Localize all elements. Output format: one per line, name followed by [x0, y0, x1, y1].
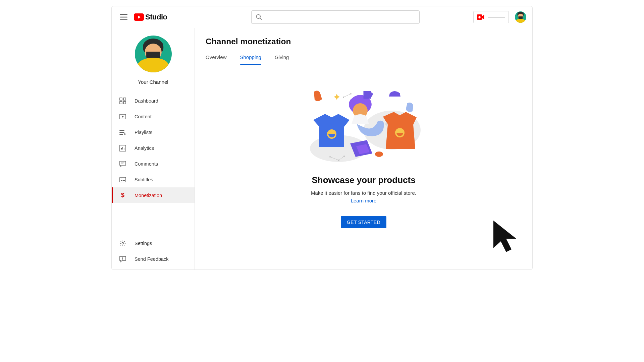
header-right	[473, 11, 526, 23]
dashboard-icon	[119, 98, 126, 104]
analytics-icon	[119, 145, 126, 152]
svg-rect-27	[120, 177, 126, 182]
svg-line-44	[343, 94, 351, 97]
tabs: Overview Shopping Giving	[206, 54, 532, 65]
studio-logo[interactable]: Studio	[134, 13, 167, 21]
search-icon	[256, 14, 262, 20]
sidebar-item-subtitles[interactable]: Subtitles	[112, 172, 195, 187]
comments-icon	[119, 161, 126, 167]
sidebar-item-analytics[interactable]: Analytics	[112, 140, 195, 156]
search-wrap	[167, 10, 473, 24]
youtube-icon	[134, 13, 144, 21]
create-button[interactable]	[473, 11, 509, 23]
gear-icon	[119, 240, 126, 247]
sidebar-item-label: Content	[135, 114, 152, 119]
svg-marker-16	[122, 116, 124, 118]
sidebar-item-label: Monetization	[135, 193, 162, 198]
sidebar-item-label: Settings	[135, 241, 152, 246]
sidebar-item-label: Playlists	[135, 130, 152, 135]
svg-line-6	[260, 18, 261, 20]
sidebar-item-label: Send Feedback	[135, 256, 169, 262]
channel-name: Your Channel	[138, 79, 168, 85]
sidebar-item-monetization[interactable]: $ Monetization	[112, 187, 195, 203]
sidebar-item-content[interactable]: Content	[112, 109, 195, 124]
header: Studio	[112, 6, 532, 28]
svg-rect-12	[123, 98, 126, 100]
svg-rect-14	[123, 102, 126, 104]
sidebar-item-feedback[interactable]: Send Feedback	[112, 251, 195, 267]
main-header: Channel monetization Overview Shopping G…	[195, 28, 532, 65]
logo-text: Studio	[145, 13, 167, 21]
promo-subtext: Make it easier for fans to find your off…	[311, 190, 416, 196]
sidebar-item-label: Dashboard	[135, 98, 158, 104]
sidebar-item-label: Subtitles	[135, 177, 153, 182]
svg-rect-1	[120, 17, 127, 17]
sidebar-item-dashboard[interactable]: Dashboard	[112, 93, 195, 109]
app-frame: Studio	[111, 6, 533, 270]
sidebar-item-label: Analytics	[135, 145, 154, 151]
svg-rect-10	[478, 17, 481, 18]
svg-marker-20	[124, 133, 126, 135]
create-video-icon	[477, 14, 484, 20]
learn-more-link[interactable]: Learn more	[351, 198, 377, 203]
svg-rect-11	[120, 98, 122, 100]
feedback-icon	[119, 256, 126, 262]
subtitles-icon	[119, 177, 126, 182]
svg-point-33	[122, 259, 123, 260]
playlists-icon	[119, 130, 126, 135]
get-started-button[interactable]: GET STARTED	[341, 216, 386, 228]
search-box[interactable]	[251, 10, 420, 24]
create-button-placeholder-line	[488, 17, 505, 18]
sidebar-item-comments[interactable]: Comments	[112, 156, 195, 172]
svg-rect-13	[120, 102, 122, 104]
sidebar: Your Channel Dashboard	[112, 28, 195, 269]
svg-marker-8	[482, 15, 484, 19]
sidebar-item-label: Comments	[135, 161, 158, 167]
sidebar-item-settings[interactable]: Settings	[112, 235, 195, 251]
promo-headline: Showcase your products	[312, 175, 415, 185]
svg-point-31	[122, 242, 123, 244]
svg-rect-2	[120, 19, 127, 20]
tab-shopping[interactable]: Shopping	[240, 54, 261, 65]
dollar-icon: $	[121, 192, 124, 198]
svg-point-41	[375, 152, 383, 157]
tab-giving[interactable]: Giving	[275, 54, 289, 65]
sidebar-nav: Dashboard Content	[112, 93, 195, 269]
main-content: Showcase your products Make it easier fo…	[195, 65, 532, 269]
main: Channel monetization Overview Shopping G…	[195, 28, 532, 269]
content-icon	[119, 113, 126, 120]
svg-rect-0	[120, 14, 127, 15]
channel-block: Your Channel	[112, 36, 195, 85]
shopping-illustration	[307, 90, 421, 164]
svg-marker-50	[493, 221, 516, 252]
hamburger-icon	[120, 14, 127, 20]
menu-button[interactable]	[117, 10, 130, 24]
tab-overview[interactable]: Overview	[206, 54, 227, 65]
page-title: Channel monetization	[206, 37, 532, 46]
channel-avatar[interactable]	[135, 36, 172, 72]
cursor-icon	[492, 219, 526, 256]
search-input[interactable]	[266, 14, 415, 20]
sidebar-item-playlists[interactable]: Playlists	[112, 124, 195, 140]
body: Your Channel Dashboard	[112, 28, 532, 269]
account-avatar[interactable]	[515, 11, 526, 23]
